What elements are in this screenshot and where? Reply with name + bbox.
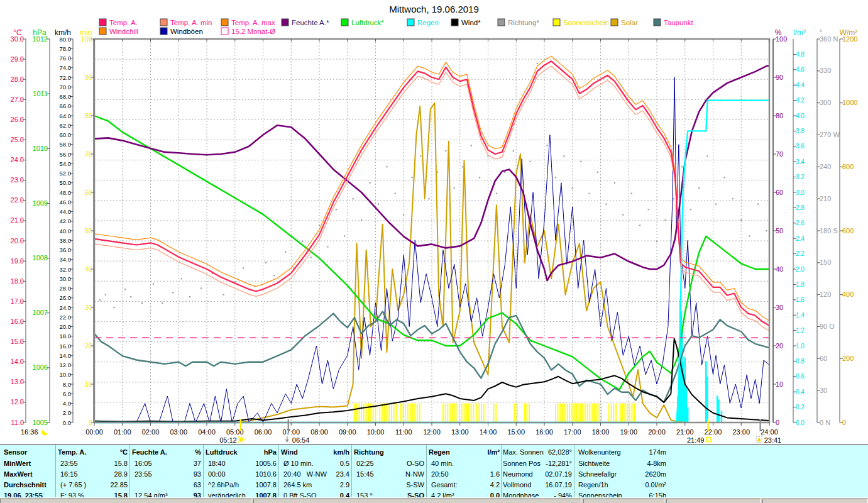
svg-text:300: 300 <box>820 99 831 106</box>
sunshine-axis: min1009080706050403020100 <box>80 28 94 426</box>
table-cell: Regen <box>429 448 450 456</box>
table-cell: 28.9 <box>114 470 128 478</box>
svg-text:66.0: 66.0 <box>60 102 72 109</box>
table-cell: 20:40 W-NW <box>283 470 327 478</box>
svg-text:0.4: 0.4 <box>796 389 805 395</box>
svg-text:54.0: 54.0 <box>60 160 72 167</box>
svg-text:3.0: 3.0 <box>796 189 805 196</box>
svg-text:58.0: 58.0 <box>60 141 72 148</box>
table-cell: 40 min. <box>431 459 454 468</box>
svg-text:24.0: 24.0 <box>11 156 24 163</box>
svg-text:1.4: 1.4 <box>796 312 805 319</box>
svg-text:1.2: 1.2 <box>796 327 805 334</box>
table-separator <box>55 445 56 499</box>
svg-text:4.2: 4.2 <box>796 97 805 104</box>
table-cell: 1.6 <box>490 470 500 478</box>
svg-text:48.0: 48.0 <box>60 189 72 196</box>
table-cell: hPa <box>264 448 277 456</box>
svg-text:180 S: 180 S <box>820 227 838 235</box>
svg-text:90: 90 <box>85 74 92 81</box>
table-separator <box>129 445 130 499</box>
table-cell: Temp. A. <box>58 448 86 456</box>
svg-text:15:00: 15:00 <box>507 428 525 436</box>
table-cell: N-NW <box>405 470 424 478</box>
svg-text:90: 90 <box>776 74 783 81</box>
table-cell: Durchschnitt <box>4 480 47 489</box>
table-cell: 2.9 <box>340 480 349 489</box>
svg-text:36.0: 36.0 <box>60 246 72 253</box>
legend-swatch-temp-a-max <box>221 19 228 26</box>
legend-swatch-sonnenschein <box>553 19 560 26</box>
svg-text:68.0: 68.0 <box>60 93 72 100</box>
table-cell: Ø 10 min. <box>283 459 314 468</box>
svg-text:23:41: 23:41 <box>764 436 782 444</box>
svg-text:30.0: 30.0 <box>11 35 24 43</box>
legend-label: Regen <box>417 19 439 26</box>
svg-text:20: 20 <box>776 342 783 350</box>
table-cell: l/m² <box>487 448 500 456</box>
svg-text:0: 0 <box>842 419 846 426</box>
table-cell: Vollmond <box>503 480 531 489</box>
svg-text:70: 70 <box>85 150 92 158</box>
svg-text:0.8: 0.8 <box>796 358 805 365</box>
table-separator <box>278 445 279 499</box>
svg-text:26.0: 26.0 <box>60 294 72 301</box>
legend-swatch-regen <box>407 19 414 26</box>
svg-text:1.8: 1.8 <box>796 281 805 288</box>
svg-text:76.0: 76.0 <box>60 55 72 62</box>
svg-text:02:00: 02:00 <box>142 428 160 436</box>
table-cell: -12,281° <box>546 459 572 468</box>
status-segment <box>253 499 581 503</box>
svg-text:42.0: 42.0 <box>60 218 72 224</box>
svg-text:12:00: 12:00 <box>423 428 441 436</box>
legend-label: Temp. A. min <box>170 19 212 26</box>
svg-text:1012: 1012 <box>33 35 48 43</box>
status-segment <box>666 499 761 503</box>
svg-text:10:00: 10:00 <box>367 428 385 436</box>
svg-text:1006: 1006 <box>33 363 48 371</box>
svg-text:05:12: 05:12 <box>219 436 237 444</box>
svg-text:70.0: 70.0 <box>60 84 72 91</box>
status-bar <box>0 497 868 503</box>
table-cell: 16.07.19 <box>545 480 572 489</box>
svg-text:2.4: 2.4 <box>796 235 805 242</box>
table-cell: 15.8 <box>114 459 128 468</box>
svg-text:32.0: 32.0 <box>60 266 72 273</box>
svg-text:30: 30 <box>820 387 827 394</box>
table-cell: Gesamt: <box>431 480 458 489</box>
svg-text:08:00: 08:00 <box>310 428 328 436</box>
svg-text:22:00: 22:00 <box>705 428 722 436</box>
svg-text:22.0: 22.0 <box>60 314 72 321</box>
svg-text:18:00: 18:00 <box>592 428 610 436</box>
svg-text:0.0: 0.0 <box>63 419 71 426</box>
svg-text:70: 70 <box>776 150 783 158</box>
weather-chart: °C30.029.028.027.026.025.024.023.022.021… <box>0 0 868 444</box>
svg-text:07:00: 07:00 <box>282 428 300 436</box>
svg-text:46.0: 46.0 <box>60 199 72 206</box>
svg-text:30: 30 <box>85 304 92 311</box>
svg-text:03:00: 03:00 <box>170 428 187 436</box>
svg-text:3.4: 3.4 <box>796 158 805 165</box>
svg-text:30.0: 30.0 <box>60 275 72 282</box>
table-cell: 23:55 <box>60 459 78 468</box>
moonset-time-label: 16:36 <box>21 428 48 436</box>
svg-text:64.0: 64.0 <box>60 113 72 119</box>
svg-text:21:49: 21:49 <box>687 436 705 444</box>
table-cell: 63 <box>194 480 201 489</box>
svg-text:78.0: 78.0 <box>60 45 72 52</box>
svg-text:50: 50 <box>776 227 783 235</box>
legend-swatch-richtung- <box>498 19 505 26</box>
svg-text:210: 210 <box>820 195 831 202</box>
legend-swatch-luftdruck- <box>341 19 348 26</box>
svg-text:28.0: 28.0 <box>11 75 24 83</box>
svg-text:4.0: 4.0 <box>63 400 71 407</box>
legend-label: Solar <box>621 19 638 26</box>
svg-text:18.0: 18.0 <box>60 333 72 340</box>
legend-label: Luftdruck* <box>351 19 384 26</box>
legend-swatch-feuchte-a- <box>282 19 288 26</box>
svg-text:44.0: 44.0 <box>60 208 72 215</box>
svg-text:3.2: 3.2 <box>796 174 805 180</box>
svg-text:240: 240 <box>820 163 831 170</box>
svg-text:18.0: 18.0 <box>11 277 24 285</box>
svg-text:330: 330 <box>820 67 831 74</box>
